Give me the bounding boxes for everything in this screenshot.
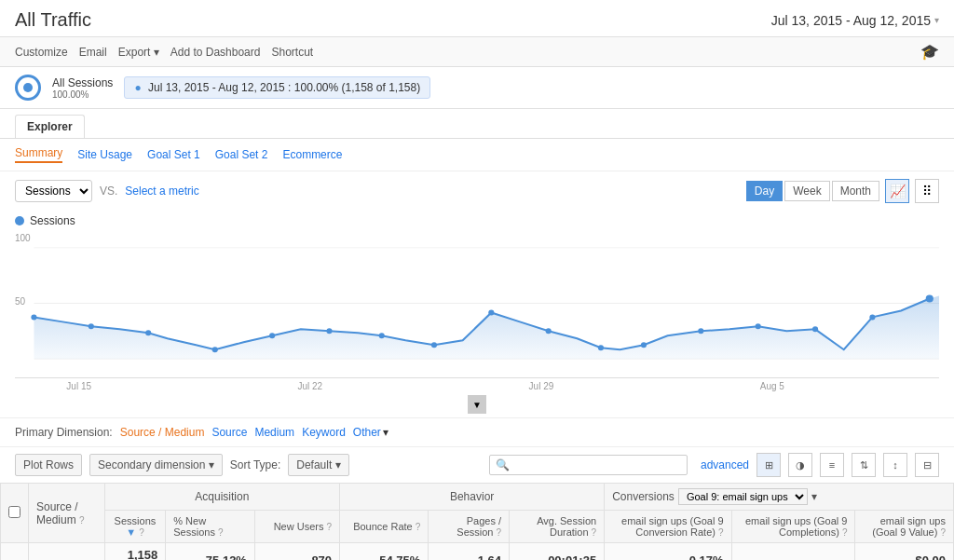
dim-keyword[interactable]: Keyword	[302, 426, 346, 439]
pages-help[interactable]: ?	[497, 527, 502, 538]
th-sessions[interactable]: Sessions ▼ ?	[104, 511, 166, 543]
x-axis-labels: Jul 15 Jul 22 Jul 29 Aug 5	[15, 378, 939, 395]
svg-point-7	[269, 333, 275, 338]
th-new-users[interactable]: New Users ?	[254, 511, 339, 543]
default-sort-button[interactable]: Default	[288, 454, 348, 476]
th-email-value[interactable]: email sign ups (Goal 9 Value) ?	[855, 511, 954, 543]
th-new-sessions[interactable]: % New Sessions ?	[166, 511, 255, 543]
total-conv-rate: 0.17%	[612, 553, 723, 561]
subnav-goal-set-1[interactable]: Goal Set 1	[147, 148, 200, 161]
chart-legend: Sessions	[15, 211, 939, 229]
pill-date: Jul 13, 2015 - Aug 12, 2015	[148, 81, 285, 94]
toolbar: Customize Email Export Add to Dashboard …	[0, 37, 954, 67]
svg-point-6	[212, 347, 218, 352]
y-label-100: 100	[15, 233, 31, 243]
total-pages-cell: 1.64 Avg for View: 1.64 (0.00%)	[429, 543, 510, 561]
email-conv-help[interactable]: ?	[718, 527, 724, 538]
avg-session-help[interactable]: ?	[592, 527, 597, 538]
table-view-pie-icon[interactable]: ◑	[788, 453, 812, 477]
table-view-pivot-icon[interactable]: ↕	[883, 453, 907, 477]
email-comp-help[interactable]: ?	[842, 527, 848, 538]
chart-wrapper: 100 50	[15, 229, 939, 378]
metric-select[interactable]: Sessions	[15, 180, 92, 202]
customize-button[interactable]: Customize	[15, 46, 68, 59]
select-all-checkbox[interactable]	[8, 506, 20, 518]
scatter-chart-button[interactable]: ⠿	[915, 179, 939, 203]
th-email-conversion[interactable]: email sign ups (Goal 9 Conversion Rate) …	[605, 511, 731, 543]
legend-dot	[15, 216, 24, 225]
sub-nav: Summary Site Usage Goal Set 1 Goal Set 2…	[0, 139, 954, 171]
subnav-summary[interactable]: Summary	[15, 146, 62, 163]
th-email-completions[interactable]: email sign ups (Goal 9 Completions) ?	[731, 511, 855, 543]
total-new-users-cell: 870 % of Total: 100.12% (869)	[254, 543, 339, 561]
dim-source-medium[interactable]: Source / Medium	[120, 426, 205, 439]
conversions-header-inner: Conversions Goal 9: email sign ups ▾	[612, 488, 946, 505]
x-label-jul15: Jul 15	[66, 381, 91, 391]
total-bounce-cell: 54.75% Avg for View: 54.75% (0.00%)	[340, 543, 429, 561]
svg-point-14	[641, 342, 647, 348]
segment-percentage: 100.00%	[52, 89, 113, 100]
export-button[interactable]: Export	[118, 46, 159, 59]
total-checkbox-cell	[1, 543, 29, 561]
email-button[interactable]: Email	[79, 46, 107, 59]
source-help-icon[interactable]: ?	[79, 515, 85, 526]
th-pages-session[interactable]: Pages / Session ?	[429, 511, 510, 543]
svg-point-8	[326, 328, 332, 334]
new-users-help[interactable]: ?	[327, 522, 333, 532]
th-avg-session[interactable]: Avg. Session Duration ?	[510, 511, 605, 543]
table-view-scatter-icon[interactable]: ⇅	[852, 453, 876, 477]
vs-text: VS.	[100, 184, 117, 198]
total-value: $0.00	[863, 553, 946, 561]
svg-point-15	[698, 328, 703, 334]
svg-point-10	[431, 342, 437, 348]
segment-date-pill: ● Jul 13, 2015 - Aug 12, 2015 : 100.00% …	[124, 76, 430, 99]
table-view-bar-icon[interactable]: ≡	[820, 453, 844, 477]
dim-source[interactable]: Source	[211, 426, 247, 439]
segment-label: All Sessions 100.00%	[52, 76, 113, 100]
th-bounce-rate[interactable]: Bounce Rate ?	[340, 511, 429, 543]
month-button[interactable]: Month	[832, 181, 879, 201]
dim-other-arrow: ▾	[383, 426, 388, 439]
subnav-ecommerce[interactable]: Ecommerce	[282, 148, 342, 161]
explorer-tab[interactable]: Explorer	[15, 115, 85, 138]
email-val-help[interactable]: ?	[940, 527, 946, 538]
segment-name: All Sessions	[52, 76, 113, 89]
select-metric-link[interactable]: Select a metric	[125, 184, 198, 198]
total-new-sessions-cell: 75.13% Avg for View: 75.04% (0.12%)	[166, 543, 255, 561]
advanced-link[interactable]: advanced	[701, 458, 749, 471]
primary-dimension-bar: Primary Dimension: Source / Medium Sourc…	[0, 417, 954, 447]
x-label-jul29: Jul 29	[529, 381, 554, 391]
th-checkbox[interactable]	[1, 484, 29, 543]
search-icon: 🔍	[496, 458, 510, 471]
goal-select[interactable]: Goal 9: email sign ups	[678, 488, 808, 505]
svg-point-19	[926, 295, 934, 303]
date-range-display[interactable]: Jul 13, 2015 - Aug 12, 2015 ▾	[771, 13, 939, 28]
dim-other-container: Other ▾	[353, 426, 388, 439]
bounce-help[interactable]: ?	[416, 522, 421, 532]
week-button[interactable]: Week	[784, 181, 829, 201]
dim-medium[interactable]: Medium	[254, 426, 294, 439]
search-input[interactable]	[513, 458, 681, 471]
subnav-site-usage[interactable]: Site Usage	[77, 148, 132, 161]
plot-rows-button[interactable]: Plot Rows	[15, 454, 82, 476]
subnav-goal-set-2[interactable]: Goal Set 2	[215, 148, 268, 161]
day-button[interactable]: Day	[746, 181, 783, 201]
goal-dropdown-arrow: ▾	[811, 490, 817, 503]
secondary-dimension-button[interactable]: Secondary dimension	[89, 454, 223, 476]
shortcut-button[interactable]: Shortcut	[271, 46, 313, 59]
total-pages: 1.64	[436, 553, 501, 561]
svg-point-12	[546, 328, 552, 334]
sessions-help[interactable]: ?	[139, 527, 144, 538]
line-chart-button[interactable]: 📈	[885, 179, 909, 203]
new-sessions-help[interactable]: ?	[218, 527, 224, 538]
chart-scroll-down[interactable]: ▼	[468, 395, 486, 414]
table-view-custom-icon[interactable]: ⊟	[915, 453, 939, 477]
table-view-data-icon[interactable]: ⊞	[756, 453, 781, 477]
segment-inner-dot	[23, 83, 33, 92]
add-to-dashboard-button[interactable]: Add to Dashboard	[170, 46, 261, 59]
dim-other[interactable]: Other	[353, 426, 381, 439]
segment-bar: All Sessions 100.00% ● Jul 13, 2015 - Au…	[0, 67, 954, 109]
data-table: Source / Medium ? Acquisition Behavior C…	[0, 483, 954, 560]
total-duration-cell: 00:01:35 Avg for View: 00:01:35 (0.00%)	[510, 543, 605, 561]
sort-type-label: Sort Type:	[230, 458, 280, 471]
